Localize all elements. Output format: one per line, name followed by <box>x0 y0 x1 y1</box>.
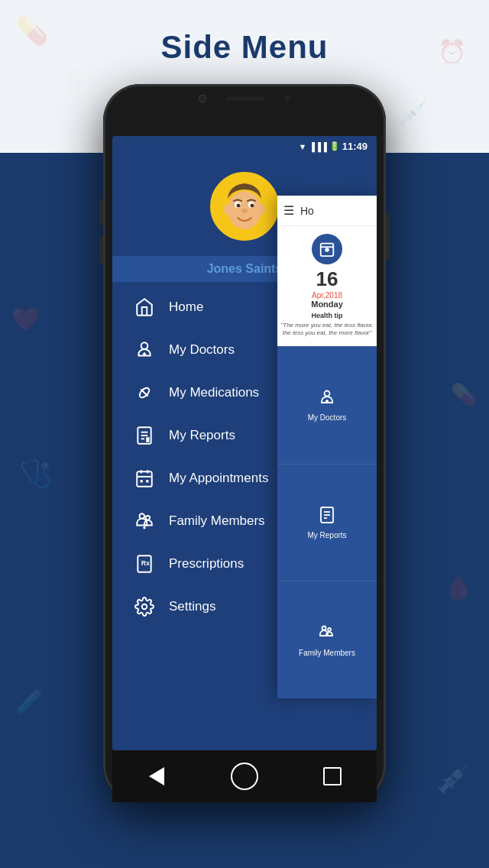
reports-icon <box>134 425 155 446</box>
overlay-health-tip-quote: "The more you eat, the less flavor, the … <box>280 322 374 338</box>
phone-top-details <box>183 92 306 105</box>
signal-icon: ▐▐▐ <box>309 142 326 151</box>
led <box>284 96 290 102</box>
overlay-doctors-icon <box>318 388 336 410</box>
settings-label: Settings <box>169 599 215 614</box>
user-name: Jones Saints <box>207 262 283 275</box>
volume-up-button[interactable] <box>99 199 103 225</box>
prescriptions-icon: Rx <box>134 553 155 575</box>
wifi-icon: ▼ <box>298 142 306 151</box>
overlay-weekday: Monday <box>280 300 374 309</box>
my-reports-label: My Reports <box>169 428 235 443</box>
hamburger-icon[interactable]: ☰ <box>283 203 294 218</box>
battery-icon: 🔋 <box>329 141 340 151</box>
settings-icon <box>134 596 155 617</box>
prescriptions-label: Prescriptions <box>169 556 244 572</box>
overlay-reports-label: My Reports <box>307 531 346 539</box>
back-button[interactable] <box>141 761 172 792</box>
svg-point-7 <box>224 204 232 215</box>
svg-point-6 <box>241 209 248 213</box>
volume-down-button[interactable] <box>99 237 103 264</box>
status-icons: ▼ ▐▐▐ 🔋 11:49 <box>298 141 368 152</box>
overlay-reports-icon <box>318 506 336 528</box>
overlay-nav-family[interactable]: Family Members <box>277 581 377 698</box>
recents-button[interactable] <box>317 761 348 792</box>
calendar-icon <box>312 234 342 264</box>
my-doctors-label: My Doctors <box>169 342 235 358</box>
doctors-icon <box>134 339 155 361</box>
status-bar: ▼ ▐▐▐ 🔋 11:49 <box>112 136 377 157</box>
svg-point-31 <box>325 248 329 252</box>
svg-point-25 <box>146 516 150 520</box>
home-button[interactable] <box>229 761 260 792</box>
svg-point-26 <box>143 526 145 529</box>
svg-rect-22 <box>141 480 143 482</box>
overlay-doctors-label: My Doctors <box>308 413 347 422</box>
navigation-bar <box>112 750 377 802</box>
appointments-icon <box>134 468 155 489</box>
svg-point-29 <box>142 604 147 610</box>
power-button[interactable] <box>386 214 390 260</box>
svg-point-33 <box>325 391 330 397</box>
overlay-date-card: 16 Apr,2018 Monday Health tip "The more … <box>277 226 377 346</box>
overlay-family-label: Family Members <box>299 649 355 657</box>
svg-point-41 <box>328 628 331 631</box>
overlay-header: ☰ Ho <box>277 196 377 226</box>
page-title: Side Menu <box>0 29 489 66</box>
home-icon <box>134 296 155 318</box>
front-camera <box>199 95 206 102</box>
my-medications-label: My Medications <box>169 385 259 400</box>
overlay-card: ☰ Ho 16 Apr,2018 Monday Health tip "The … <box>277 196 377 698</box>
svg-point-40 <box>322 626 326 630</box>
status-time: 11:49 <box>342 141 368 152</box>
svg-rect-23 <box>146 480 148 482</box>
svg-point-8 <box>257 204 265 215</box>
overlay-nav-doctors[interactable]: My Doctors <box>277 346 377 464</box>
phone-shell: ▼ ▐▐▐ 🔋 11:49 <box>103 84 386 802</box>
overlay-header-title: Ho <box>300 205 314 217</box>
my-appointments-label: My Appointments <box>169 471 268 486</box>
speaker <box>226 96 264 101</box>
svg-rect-18 <box>137 471 152 487</box>
medications-icon <box>134 382 155 403</box>
overlay-family-icon <box>318 623 336 646</box>
svg-point-5 <box>251 204 254 208</box>
svg-text:Rx: Rx <box>141 559 150 567</box>
overlay-day: 16 <box>280 267 374 291</box>
family-members-label: Family Members <box>169 513 265 529</box>
avatar <box>210 172 279 241</box>
svg-point-4 <box>237 204 241 208</box>
family-icon <box>134 510 155 532</box>
svg-point-9 <box>141 342 148 349</box>
overlay-nav-reports[interactable]: My Reports <box>277 464 377 581</box>
overlay-health-tip-label: Health tip <box>280 312 374 319</box>
overlay-month: Apr,2018 <box>280 291 374 300</box>
phone-screen: ▼ ▐▐▐ 🔋 11:49 <box>112 136 377 750</box>
svg-line-13 <box>141 389 147 396</box>
home-label: Home <box>169 300 203 315</box>
